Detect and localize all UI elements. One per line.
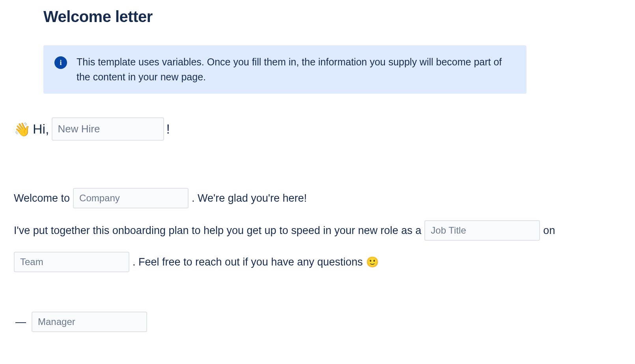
job-title-input[interactable]: [424, 220, 540, 241]
company-input[interactable]: [73, 188, 189, 208]
greeting-exclaim: !: [166, 121, 170, 137]
greeting-hi-text: Hi,: [33, 121, 49, 137]
info-panel-text: This template uses variables. Once you f…: [77, 55, 515, 84]
wave-icon: 👋: [14, 121, 30, 137]
plan-intro-text: I've put together this onboarding plan t…: [14, 223, 421, 239]
manager-input[interactable]: [32, 312, 147, 332]
reach-out-text: . Feel free to reach out if you have any…: [133, 254, 363, 270]
info-icon: i: [54, 56, 67, 69]
on-text: on: [543, 223, 555, 239]
page-title: Welcome letter: [43, 8, 621, 26]
welcome-to-text: Welcome to: [14, 190, 70, 206]
onboarding-paragraph: I've put together this onboarding plan t…: [14, 220, 621, 272]
welcome-paragraph: Welcome to . We're glad you're here!: [14, 188, 621, 208]
new-hire-input[interactable]: [52, 117, 164, 141]
info-panel: i This template uses variables. Once you…: [43, 45, 527, 94]
team-input[interactable]: [14, 252, 129, 272]
signature-line: —: [15, 312, 621, 332]
smile-icon: 🙂: [366, 256, 379, 268]
signature-dash: —: [15, 316, 26, 328]
glad-here-text: . We're glad you're here!: [192, 190, 307, 206]
greeting-line: 👋 Hi, !: [14, 117, 621, 141]
